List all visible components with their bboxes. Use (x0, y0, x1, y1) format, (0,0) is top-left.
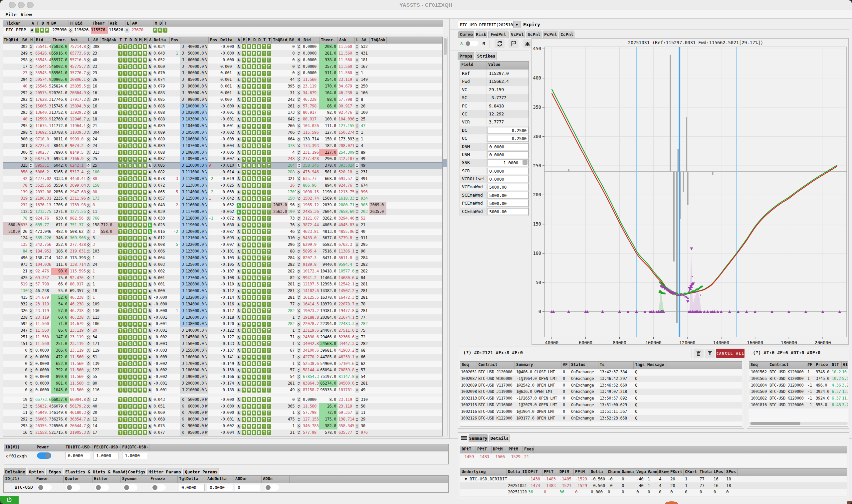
flag-m-right[interactable]: M (246, 116, 252, 123)
flag-t-right[interactable]: T (262, 423, 267, 430)
prop-input-UC[interactable]: 0.2500 (487, 135, 529, 142)
prop-input-DSM[interactable]: 0.0000 (487, 143, 529, 150)
flag-t-left[interactable]: T (123, 314, 128, 321)
flag-t-left[interactable]: T (123, 308, 128, 314)
flag-t-right[interactable]: T (267, 248, 271, 255)
flag-m-left[interactable]: M (138, 136, 142, 143)
flag-t-right[interactable]: T (267, 215, 271, 222)
flag-t-right[interactable]: T (262, 327, 267, 334)
flag-m-left[interactable]: M (142, 294, 147, 301)
flag-t-left[interactable]: T (123, 275, 128, 282)
flag-d-right[interactable]: D (252, 169, 256, 176)
flag-d-right[interactable]: D (256, 136, 262, 143)
ask-chevron-left[interactable] (86, 76, 91, 83)
flag-t-right[interactable]: T (262, 64, 267, 70)
menu-view[interactable]: View (19, 11, 34, 18)
flag-d-right[interactable]: D (252, 143, 256, 149)
flag-t-right[interactable]: T (267, 268, 271, 275)
flag-m-left[interactable]: M (138, 416, 142, 423)
panel-splitter[interactable] (449, 19, 450, 438)
flag-d-right[interactable]: D (256, 347, 262, 354)
flag-t-right[interactable]: T (267, 83, 271, 90)
flag-t-right[interactable]: T (267, 367, 271, 374)
flag-m-left[interactable]: M (138, 367, 142, 374)
flag-m-right[interactable]: M (246, 202, 252, 209)
flag-m-left[interactable]: M (138, 354, 142, 361)
params2-freeze-toggle[interactable] (152, 484, 166, 491)
flag-d-right[interactable]: D (252, 103, 256, 110)
chain-row-K70000.0[interactable]: 1145949.146149.046180.320TTDDMMA0.060K70… (3, 410, 442, 416)
flag-d-left[interactable]: D (128, 136, 133, 143)
ask-chevron-right[interactable] (354, 162, 360, 169)
flag-m-left[interactable]: M (142, 176, 147, 182)
flag-d-right[interactable]: D (256, 222, 262, 229)
flag-m-left[interactable]: M (138, 347, 142, 354)
flag-t-left[interactable]: T (118, 143, 123, 149)
flag-m-right[interactable]: M (241, 202, 246, 209)
flag-t-right[interactable]: T (262, 123, 267, 129)
chain-row-J111000.0[interactable]: 3505086.25165.05317.4100TTDDMMA0.082J111… (3, 169, 442, 176)
ask-chevron-right[interactable] (354, 57, 360, 64)
order-row[interactable]: 1002113BTC-USD V117000-1@2657.0 OPEN LMT… (460, 395, 742, 402)
flag-t-right[interactable]: T (262, 156, 267, 162)
bid-chevron-left[interactable] (29, 149, 34, 156)
flag-t-right[interactable]: T (262, 182, 267, 189)
flag-t-right[interactable]: T (262, 380, 267, 387)
flag-d-right[interactable]: D (252, 64, 256, 70)
ask-chevron-left[interactable] (86, 281, 91, 288)
flag-t-right[interactable]: T (262, 241, 267, 248)
flag-t-left[interactable]: T (123, 202, 128, 209)
flag-a-left[interactable]: A (147, 255, 152, 262)
flag-t-left[interactable]: T (123, 229, 128, 235)
flag-m-left[interactable]: M (142, 327, 147, 334)
flag-d-left[interactable]: D (128, 116, 133, 123)
tab-risk[interactable]: Risk (476, 31, 486, 38)
flag-m-left[interactable]: M (138, 202, 142, 209)
flag-m-left[interactable]: M (138, 380, 142, 387)
flag-m-left[interactable]: M (138, 308, 142, 314)
flag-m-right[interactable]: M (246, 248, 252, 255)
chain-row-J123000.0[interactable]: 84184.952186.0219.631103TTDDMMA0.006J123… (3, 248, 442, 255)
flag-d-left[interactable]: D (128, 294, 133, 301)
flag-d-left[interactable]: D (133, 64, 138, 70)
flag-a-right[interactable]: A (236, 361, 241, 367)
flag-m-left[interactable]: M (138, 327, 142, 334)
chain-row-J100000.0[interactable]: 29215605.315745.015894.316TTDDMMA0.086J1… (3, 103, 442, 110)
ask-chevron-right[interactable] (354, 262, 360, 268)
flag-m-left[interactable]: M (142, 275, 147, 282)
bid-chevron-right[interactable] (296, 76, 302, 83)
ask-chevron-left[interactable] (86, 367, 91, 374)
ask-chevron-right[interactable] (354, 202, 360, 209)
flag-t-right[interactable]: T (267, 222, 271, 229)
ask-chevron-right[interactable] (354, 423, 360, 430)
chain-row-J210000.0[interactable]: 00.00001045.011.560116TTDDMMA-0.001J2100… (3, 387, 442, 394)
flag-a-right[interactable]: A (236, 288, 241, 294)
prop-input-VCEmaWnd[interactable]: 5000.00 (487, 184, 529, 190)
flag-t-right[interactable]: T (267, 361, 271, 367)
flag-m-right[interactable]: M (241, 288, 246, 294)
flag-d-right[interactable]: D (252, 397, 256, 403)
flag-d-right[interactable]: D (252, 308, 256, 314)
flag-t-right[interactable]: T (267, 416, 271, 423)
flag-d-right[interactable]: D (252, 380, 256, 387)
flag-t-left[interactable]: T (123, 195, 128, 202)
scrollbar-thumb[interactable] (444, 38, 447, 55)
flag-d-left[interactable]: D (133, 294, 138, 301)
bid-chevron-left[interactable] (29, 195, 34, 202)
flag-m-right[interactable]: M (241, 374, 246, 380)
bid-chevron-left[interactable] (29, 354, 34, 361)
flag-m-right[interactable]: M (241, 149, 246, 156)
flag-a-right[interactable]: A (236, 149, 241, 156)
flag-d-left[interactable]: D (133, 268, 138, 275)
trade-row[interactable]: 1001562BTC-USD K12000013745.010.210.2 (749, 369, 848, 376)
ask-chevron-right[interactable] (354, 229, 360, 235)
ask-chevron-left[interactable] (86, 129, 91, 136)
ask-chevron-left[interactable] (86, 64, 91, 70)
flag-d-right[interactable]: D (256, 229, 262, 235)
flag-t-left[interactable]: T (118, 248, 123, 255)
flag-m-right[interactable]: M (246, 43, 252, 50)
ask-chevron-right[interactable] (354, 50, 360, 57)
flag-t-left[interactable]: T (118, 308, 123, 314)
flag-m-right[interactable]: M (241, 156, 246, 162)
flag-m-right[interactable]: M (246, 169, 252, 176)
